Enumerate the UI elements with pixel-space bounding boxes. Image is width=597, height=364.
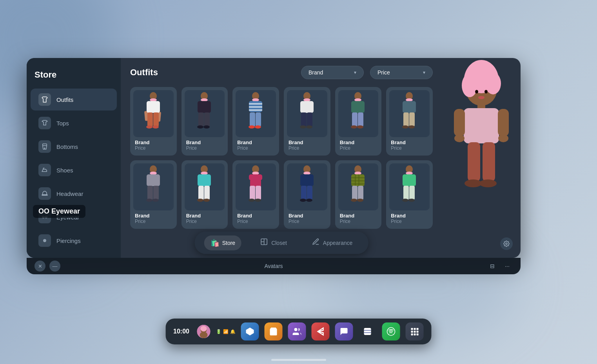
item-card-11[interactable]: Brand Price [386,160,433,229]
svg-rect-114 [454,109,465,136]
sidebar-label-tops: Tops [56,120,69,127]
item-preview-4 [338,90,379,137]
item-card-0[interactable]: Brand Price [130,87,177,156]
svg-point-44 [357,125,363,129]
svg-point-58 [152,199,159,202]
minimize-button[interactable]: — [49,261,60,272]
taskbar-app-grid[interactable] [406,322,424,340]
sidebar-title: Store [27,66,121,88]
nav-item-appearance[interactable]: Appearance [306,235,359,251]
svg-rect-137 [411,331,413,333]
svg-point-32 [303,98,310,101]
item-price-5: Price [391,145,428,151]
nav-item-store[interactable]: 🛍️ Store [204,235,241,250]
svg-rect-49 [409,112,415,127]
taskbar-app-spotify[interactable] [382,322,400,340]
svg-rect-28 [256,112,261,127]
svg-rect-11 [153,112,159,127]
nav-item-closet[interactable]: Closet [254,235,293,251]
svg-point-29 [249,125,255,129]
titlebar-title: Avatars [264,263,283,269]
sidebar-item-piercings[interactable]: Piercings [31,230,117,252]
item-brand-10: Brand [340,213,377,219]
svg-point-117 [498,134,508,142]
svg-rect-89 [352,186,357,200]
svg-point-53 [150,172,157,175]
svg-point-12 [146,125,152,129]
item-price-2: Price [237,145,274,151]
taskbar-app-store[interactable] [265,322,283,340]
preview-settings-button[interactable] [500,237,513,250]
svg-point-60 [201,172,208,175]
nav-label-store: Store [222,240,235,246]
svg-point-50 [402,125,408,129]
item-info-1: Brand Price [185,137,225,152]
item-info-3: Brand Price [287,137,327,152]
close-button[interactable]: ✕ [34,261,45,272]
svg-point-92 [357,199,363,202]
svg-point-4 [44,240,45,241]
item-card-10[interactable]: Brand Price [335,160,382,229]
taskbar: 10:00 🔋 📶 🔔 [165,319,432,344]
taskbar-app-share[interactable] [312,322,330,340]
svg-point-46 [406,98,413,101]
svg-point-51 [408,125,415,129]
item-card-2[interactable]: Brand Price [232,87,279,156]
home-indicator [271,359,326,361]
item-card-4[interactable]: Brand Price [335,87,382,156]
main-content: Outfits Brand ▾ Price ▾ [121,58,442,258]
svg-rect-0 [43,144,47,146]
item-card-7[interactable]: Brand Price [181,160,228,229]
nav-label-closet: Closet [271,240,287,246]
svg-rect-48 [403,112,409,127]
item-card-9[interactable]: Brand Price [284,160,330,229]
taskbar-app-chat[interactable] [335,322,353,340]
sidebar-item-bottoms[interactable]: Bottoms [31,136,117,158]
item-info-5: Brand Price [389,137,430,152]
svg-point-82 [354,172,361,175]
svg-point-108 [485,72,501,94]
taskbar-avatar[interactable] [197,325,210,338]
sidebar-item-headwear[interactable]: Headwear [31,183,117,205]
svg-point-98 [402,199,408,202]
item-price-4: Price [340,145,377,151]
battery-icon: 🔋 [216,329,221,334]
svg-rect-86 [351,183,365,185]
taskbar-app-spatial[interactable] [241,322,259,340]
appearance-nav-icon [312,238,320,248]
item-card-6[interactable]: Brand Price [130,160,177,229]
expand-button[interactable]: ⊟ [487,261,498,272]
taskbar-app-people[interactable] [288,322,306,340]
svg-point-73 [255,199,261,202]
price-filter-dropdown[interactable]: Price ▾ [370,66,433,79]
sidebar-item-shoes[interactable]: Shoes [31,159,117,181]
more-button[interactable]: ··· [502,261,513,272]
svg-point-15 [201,98,208,101]
svg-rect-87 [355,174,356,186]
svg-point-121 [479,179,497,187]
sidebar-item-outfits[interactable]: Outfits [31,89,117,110]
item-card-5[interactable]: Brand Price [386,87,433,156]
svg-rect-140 [411,333,413,335]
item-card-1[interactable]: Brand Price [181,87,228,156]
svg-point-64 [197,199,203,202]
sidebar-item-tops[interactable]: Tops [31,112,117,134]
item-info-10: Brand Price [338,210,379,226]
nav-label-appearance: Appearance [323,240,353,246]
svg-point-110 [484,90,488,94]
svg-point-30 [255,125,261,129]
brand-filter-dropdown[interactable]: Brand ▾ [301,66,364,79]
item-card-8[interactable]: Brand Price [232,160,279,229]
svg-rect-55 [147,186,153,200]
sidebar-footer: By adding all free items, you agree to o… [27,252,121,258]
item-card-3[interactable]: Brand Price [284,87,330,156]
svg-point-109 [475,90,478,94]
sidebar-label-bottoms: Bottoms [56,143,78,150]
svg-rect-136 [417,328,419,330]
svg-point-43 [351,125,357,129]
svg-rect-88 [358,174,359,186]
price-filter-arrow: ▾ [423,70,425,75]
taskbar-app-app2[interactable] [359,322,377,340]
svg-point-72 [249,199,255,202]
item-info-4: Brand Price [338,137,379,152]
